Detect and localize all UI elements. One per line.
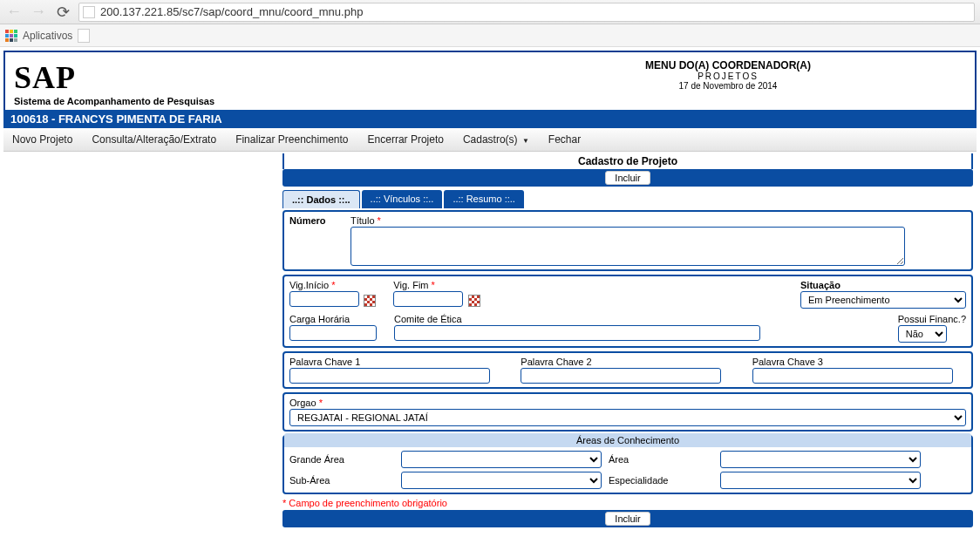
label-vig-inicio: Vig.Início * (289, 280, 376, 290)
url-bar[interactable]: 200.137.221.85/sc7/sap/coord_mnu/coord_m… (78, 3, 975, 22)
titulo-textarea[interactable] (350, 227, 905, 266)
required-footnote: * Campo de preenchimento obrigatório (282, 498, 973, 508)
calendar-icon[interactable] (468, 295, 480, 307)
grande-area-select[interactable] (401, 451, 602, 468)
label-numero: Número (289, 215, 333, 226)
menu-finalizar[interactable]: Finalizar Preenchimento (235, 133, 348, 146)
panel-title: Cadastro de Projeto (282, 153, 973, 169)
incluir-button-top[interactable]: Incluir (605, 171, 650, 185)
document-icon[interactable] (78, 29, 90, 43)
pc3-input[interactable] (752, 368, 953, 384)
pc1-input[interactable] (289, 368, 490, 384)
tab-vinculos[interactable]: ..:: Vínculos ::.. (362, 190, 443, 208)
reload-button[interactable]: ⟳ (54, 3, 71, 22)
menu-consulta[interactable]: Consulta/Alteração/Extrato (92, 133, 216, 146)
label-grande-area: Grande Área (289, 454, 394, 465)
especialidade-select[interactable] (720, 472, 921, 489)
top-action-bar: Incluir (282, 169, 973, 187)
forward-button[interactable]: → (30, 3, 47, 21)
tab-dados[interactable]: ..:: Dados ::.. (282, 190, 360, 208)
vig-fim-input[interactable] (393, 291, 463, 307)
areas-header: Áreas de Conhecimento (284, 433, 971, 447)
label-especialidade: Especialidade (609, 475, 713, 486)
logo-subtitle: Sistema de Acompanhamento de Pesquisas (14, 96, 490, 106)
label-carga: Carga Horária (289, 314, 377, 324)
area-select[interactable] (720, 451, 921, 468)
chevron-down-icon: ▼ (522, 137, 529, 145)
tab-resumo[interactable]: ..:: Resumo ::.. (444, 190, 524, 208)
bottom-action-bar: Incluir (282, 510, 973, 527)
comite-input[interactable] (394, 325, 760, 341)
label-pc3: Palavra Chave 3 (752, 357, 966, 367)
label-sub-area: Sub-Área (289, 475, 394, 486)
label-situacao: Situação (800, 280, 966, 290)
logo: SAP (14, 59, 490, 96)
menu-cadastros[interactable]: Cadastro(s) ▼ (463, 133, 529, 146)
carga-input[interactable] (289, 325, 377, 341)
apps-label[interactable]: Aplicativos (23, 30, 72, 42)
app-header: SAP Sistema de Acompanhamento de Pesquis… (3, 51, 977, 110)
label-titulo: Título * (350, 215, 966, 226)
label-comite: Comite de Ética (394, 314, 881, 324)
menu-bar: Novo Projeto Consulta/Alteração/Extrato … (3, 128, 977, 152)
label-financ: Possui Financ.? (898, 314, 966, 324)
menu-encerrar[interactable]: Encerrar Projeto (368, 133, 444, 146)
calendar-icon[interactable] (364, 295, 376, 307)
label-pc2: Palavra Chave 2 (521, 357, 734, 367)
financ-select[interactable]: Não (898, 325, 947, 343)
label-vig-fim: Vig. Fim * (393, 280, 480, 290)
sub-area-select[interactable] (401, 472, 602, 489)
menu-fechar[interactable]: Fechar (548, 133, 581, 146)
situacao-select[interactable]: Em Preenchimento (800, 291, 966, 309)
orgao-select[interactable]: REGJATAI - REGIONAL JATAÍ (289, 409, 966, 426)
url-text: 200.137.221.85/sc7/sap/coord_mnu/coord_m… (100, 5, 363, 18)
menu-novo-projeto[interactable]: Novo Projeto (12, 133, 72, 146)
label-orgao: Orgao * (289, 398, 966, 408)
menu-date: 17 de Novembro de 2014 (490, 81, 966, 91)
page-icon (83, 6, 95, 18)
menu-subtitle: PROJETOS (490, 71, 966, 81)
label-area: Área (609, 454, 713, 465)
apps-icon[interactable] (5, 30, 17, 42)
pc2-input[interactable] (521, 368, 721, 384)
vig-inicio-input[interactable] (289, 291, 359, 307)
back-button[interactable]: ← (5, 3, 23, 21)
incluir-button-bottom[interactable]: Incluir (605, 512, 650, 526)
menu-title: MENU DO(A) COORDENADOR(A) (490, 59, 966, 71)
label-pc1: Palavra Chave 1 (289, 357, 503, 367)
user-bar: 100618 - FRANCYS PIMENTA DE FARIA (3, 110, 977, 128)
